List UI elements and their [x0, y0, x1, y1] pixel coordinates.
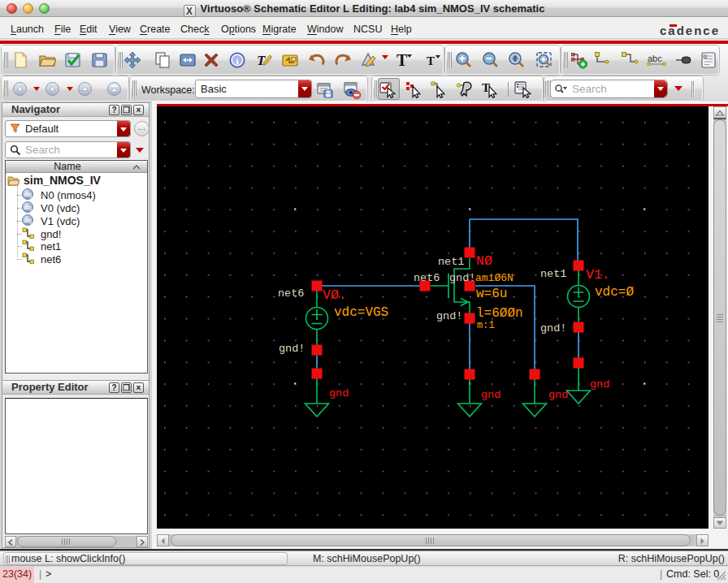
- svg-text:gnd!: gnd!: [436, 310, 462, 322]
- svg-text:vdc=Ø: vdc=Ø: [595, 285, 634, 300]
- svg-text:T: T: [257, 53, 266, 68]
- svg-text:net6: net6: [278, 287, 304, 300]
- svg-text:NØ: NØ: [476, 253, 492, 269]
- svg-text:net6: net6: [414, 272, 440, 284]
- svg-text:gnd!: gnd!: [449, 272, 475, 284]
- svg-text:abc: abc: [648, 54, 662, 63]
- svg-text:V1.: V1.: [586, 267, 610, 283]
- svg-text:gnd: gnd: [548, 389, 568, 401]
- svg-text:gnd: gnd: [329, 387, 349, 399]
- svg-text:T: T: [427, 54, 435, 67]
- svg-text:net1: net1: [540, 268, 566, 280]
- svg-text:gnd: gnd: [590, 378, 609, 391]
- svg-text:w=6u: w=6u: [476, 287, 507, 301]
- svg-text:amiØ6N: amiØ6N: [475, 272, 514, 284]
- svg-text:net1: net1: [438, 256, 464, 268]
- svg-text:l=6ØØn: l=6ØØn: [476, 306, 523, 321]
- svg-text:T: T: [396, 51, 408, 69]
- svg-text:m:1: m:1: [477, 320, 495, 331]
- svg-text:gnd!: gnd!: [540, 322, 566, 335]
- svg-text:gnd: gnd: [481, 389, 500, 401]
- svg-text:vdc=VGS: vdc=VGS: [334, 305, 388, 320]
- svg-text:gnd!: gnd!: [279, 343, 305, 355]
- svg-text:VØ.: VØ.: [323, 287, 347, 303]
- svg-text:i: i: [236, 56, 238, 66]
